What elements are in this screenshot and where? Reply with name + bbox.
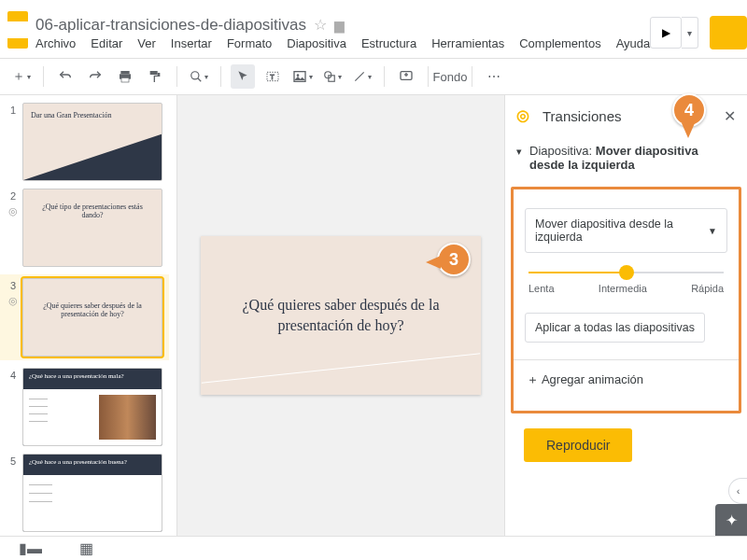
play-button[interactable]: Reproducir <box>524 428 632 462</box>
add-animation-label: Agregar animación <box>542 372 643 386</box>
transitions-panel: ◎ Transiciones ✕ ▾ Diapositiva: Mover di… <box>504 95 747 536</box>
title-area: 06-aplicar-transiciones-de-diapositivas … <box>35 16 650 50</box>
toolbar: ＋ T Fondo ⋯ <box>0 58 747 95</box>
star-icon[interactable]: ☆ <box>314 16 327 34</box>
app-header: 06-aplicar-transiciones-de-diapositivas … <box>0 0 747 58</box>
svg-rect-3 <box>150 71 158 75</box>
tutorial-callout-4: 4 <box>672 93 706 127</box>
slide-thumbnail-panel: 1 Dar una Gran Presentación 2◎ ¿Qué tipo… <box>0 95 177 536</box>
thumb-number: 3 <box>4 278 22 291</box>
speed-label-fast: Rápida <box>691 283 724 294</box>
svg-line-5 <box>198 78 202 82</box>
background-button[interactable]: Fondo <box>438 64 462 89</box>
svg-rect-11 <box>329 76 334 81</box>
transitions-icon: ◎ <box>516 106 535 125</box>
close-icon[interactable]: ✕ <box>724 107 736 125</box>
speed-slider[interactable]: Lenta Intermedia Rápida <box>529 272 724 294</box>
section-label: Diapositiva: <box>529 144 592 158</box>
slide-canvas[interactable]: ¿Qué quieres saber después de la present… <box>177 95 504 536</box>
menu-insertar[interactable]: Insertar <box>171 36 212 50</box>
zoom-button[interactable] <box>187 64 211 89</box>
thumb-title: ¿Qué hace a una presentación mala? <box>23 369 162 384</box>
footer: ▮▬ ▦ <box>0 536 747 560</box>
present-dropdown[interactable]: ▾ <box>682 17 698 49</box>
slides-logo <box>7 11 28 49</box>
slide-thumbnail-5[interactable]: ¿Qué hace a una presentación buena? ————… <box>22 454 162 532</box>
svg-text:T: T <box>270 73 275 81</box>
slide-thumbnail-4[interactable]: ¿Qué hace a una presentación mala? —————… <box>22 368 162 446</box>
menu-ayuda[interactable]: Ayuda <box>616 36 651 50</box>
speed-label-mid: Intermedia <box>599 283 647 294</box>
share-button[interactable] <box>710 16 747 49</box>
filmstrip-view-icon[interactable]: ▮▬ <box>19 539 42 557</box>
add-animation-button[interactable]: ＋ Agregar animación <box>525 360 727 399</box>
header-right: ▶ ▾ <box>650 16 747 49</box>
tutorial-callout-3: 3 <box>437 243 471 276</box>
chevron-down-icon: ▾ <box>516 146 522 158</box>
svg-rect-2 <box>121 77 129 82</box>
svg-point-9 <box>297 74 300 77</box>
line-tool[interactable] <box>350 64 374 89</box>
menu-ver[interactable]: Ver <box>137 36 156 50</box>
apply-all-button[interactable]: Aplicar a todas las diapositivas <box>525 313 705 343</box>
speed-label-slow: Lenta <box>529 283 555 294</box>
thumb-number: 4 <box>4 368 22 381</box>
new-slide-button[interactable]: ＋ <box>9 64 34 89</box>
comment-button[interactable] <box>394 64 418 89</box>
document-title[interactable]: 06-aplicar-transiciones-de-diapositivas <box>35 16 306 35</box>
textbox-tool[interactable]: T <box>261 64 285 89</box>
menu-herramientas[interactable]: Herramientas <box>431 36 504 50</box>
slide-text: ¿Qué quieres saber después de la present… <box>201 295 481 337</box>
grid-view-icon[interactable]: ▦ <box>79 539 93 557</box>
side-panel-toggle[interactable]: ‹ <box>728 478 747 504</box>
menu-estructura[interactable]: Estructura <box>361 36 416 50</box>
thumb-number: 2 <box>4 189 22 202</box>
present-button[interactable]: ▶ <box>650 17 682 49</box>
menu-editar[interactable]: Editar <box>91 36 122 50</box>
print-button[interactable] <box>113 64 137 89</box>
slide-thumbnail-2[interactable]: ¿Qué tipo de presentaciones estás dando? <box>22 189 162 267</box>
more-button[interactable]: ⋯ <box>482 64 506 89</box>
highlight-box: Mover diapositiva desde la izquierda ▼ L… <box>511 187 741 413</box>
transition-icon: ◎ <box>4 295 22 307</box>
menu-complementos[interactable]: Complementos <box>519 36 600 50</box>
svg-line-12 <box>355 72 363 80</box>
thumb-title: ¿Qué tipo de presentaciones estás dando? <box>23 197 162 225</box>
paint-format-button[interactable] <box>143 64 167 89</box>
select-tool[interactable] <box>231 64 255 89</box>
shape-tool[interactable] <box>320 64 345 89</box>
thumb-title: ¿Qué hace a una presentación buena? <box>23 455 162 469</box>
thumb-title: Dar una Gran Presentación <box>23 104 162 127</box>
menu-bar: Archivo Editar Ver Insertar Formato Diap… <box>35 36 650 50</box>
menu-archivo[interactable]: Archivo <box>35 36 76 50</box>
section-toggle[interactable]: ▾ Diapositiva: Mover diapositiva desde l… <box>516 140 736 175</box>
folder-icon[interactable]: ▆ <box>334 18 345 33</box>
explore-button[interactable]: ✦ <box>715 504 747 536</box>
svg-point-4 <box>191 72 199 79</box>
menu-diapositiva[interactable]: Diapositiva <box>287 36 346 50</box>
slide-thumbnail-1[interactable]: Dar una Gran Presentación <box>22 103 162 181</box>
thumb-number: 5 <box>4 454 22 467</box>
select-value: Mover diapositiva desde la izquierda <box>535 217 708 244</box>
thumb-number: 1 <box>4 103 22 116</box>
slide-thumbnail-3[interactable]: ¿Qué quieres saber después de la present… <box>22 278 162 357</box>
main-area: 1 Dar una Gran Presentación 2◎ ¿Qué tipo… <box>0 95 747 536</box>
transition-icon: ◎ <box>4 205 22 217</box>
redo-button[interactable] <box>83 64 107 89</box>
dropdown-arrow-icon: ▼ <box>708 226 717 236</box>
undo-button[interactable] <box>53 64 78 89</box>
menu-formato[interactable]: Formato <box>227 36 272 50</box>
image-tool[interactable] <box>290 64 315 89</box>
transition-select[interactable]: Mover diapositiva desde la izquierda ▼ <box>525 208 727 253</box>
thumb-title: ¿Qué quieres saber después de la present… <box>23 296 162 324</box>
svg-rect-0 <box>120 71 129 74</box>
